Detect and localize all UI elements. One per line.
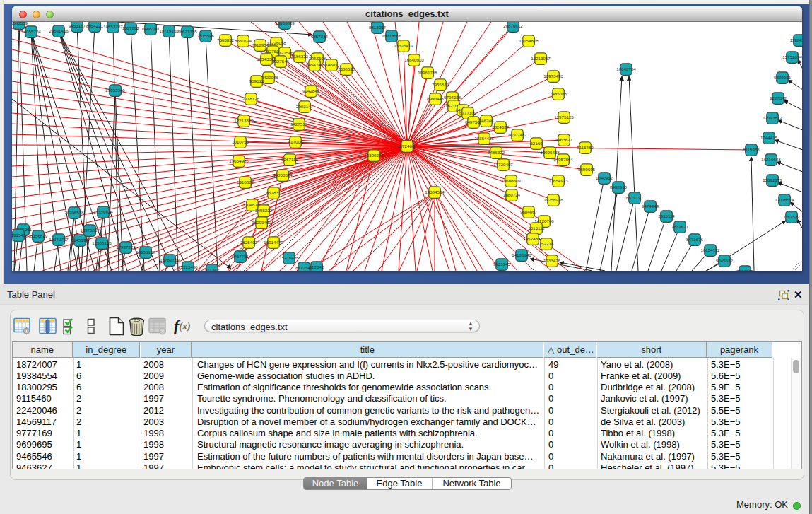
svg-text:17957225: 17957225 [116,245,136,250]
svg-text:16210643: 16210643 [761,157,781,162]
svg-text:12342757: 12342757 [49,237,69,242]
svg-text:8660124: 8660124 [235,38,252,43]
svg-text:6879197: 6879197 [626,195,644,200]
svg-text:512342: 512342 [310,264,324,269]
svg-text:62160: 62160 [530,141,543,146]
svg-text:857831: 857831 [266,190,281,195]
svg-text:9699695: 9699695 [578,167,596,172]
svg-text:1588520: 1588520 [338,66,355,71]
svg-text:8938913: 8938913 [610,185,628,189]
svg-text:8813054: 8813054 [369,25,387,30]
svg-text:7357234: 7357234 [311,34,329,39]
svg-text:20206576: 20206576 [64,210,84,215]
svg-text:14720407: 14720407 [493,162,513,167]
svg-text:15692971: 15692971 [763,177,782,182]
svg-text:9457791: 9457791 [232,254,249,259]
svg-text:9474444: 9474444 [642,204,659,209]
svg-text:2903147: 2903147 [296,104,314,109]
svg-text:12323466: 12323466 [178,264,198,269]
svg-text:7625402: 7625402 [240,240,258,245]
svg-text:3186323: 3186323 [291,54,309,59]
svg-text:8990443: 8990443 [427,96,445,101]
svg-text:10688609: 10688609 [501,178,521,183]
svg-text:12505135: 12505135 [92,240,112,245]
svg-text:1640932: 1640932 [596,175,613,180]
svg-text:16154808: 16154808 [519,38,539,43]
svg-text:11156829: 11156829 [29,233,48,238]
svg-text:1145194: 1145194 [71,238,88,243]
svg-text:14136141: 14136141 [512,252,531,257]
svg-text:7832621: 7832621 [671,224,689,229]
svg-text:10973493: 10973493 [543,74,563,78]
svg-text:12300275: 12300275 [364,153,384,158]
svg-text:10653267: 10653267 [103,24,123,29]
svg-text:17359924: 17359924 [93,209,113,214]
svg-text:9794028: 9794028 [444,95,461,100]
svg-text:989612: 989612 [249,78,264,83]
svg-text:13226058: 13226058 [266,40,286,45]
svg-text:10648784: 10648784 [616,66,636,71]
svg-text:7485063: 7485063 [550,91,567,96]
svg-text:921342: 921342 [205,267,220,271]
svg-text:10654112: 10654112 [700,247,720,252]
svg-text:1733426: 1733426 [543,258,561,263]
svg-text:9684067: 9684067 [520,209,538,214]
svg-text:13654923: 13654923 [548,178,568,183]
svg-text:7663822: 7663822 [217,37,235,42]
svg-text:746246: 746246 [479,118,494,123]
svg-text:1244415: 1244415 [760,135,778,140]
svg-text:8471676: 8471676 [686,237,704,242]
svg-text:19218506: 19218506 [382,33,401,38]
svg-text:10975867: 10975867 [80,228,100,233]
svg-text:13325419: 13325419 [394,43,413,48]
svg-text:12213967: 12213967 [531,56,551,61]
svg-text:17016514: 17016514 [775,197,794,202]
svg-text:16099469: 16099469 [252,220,271,225]
svg-text:1916682: 1916682 [237,180,254,185]
svg-text:7955812: 7955812 [432,82,449,87]
svg-text:10025438: 10025438 [540,150,560,155]
svg-text:19654985: 19654985 [229,158,249,163]
svg-text:252214: 252214 [539,241,554,246]
svg-text:15751074: 15751074 [782,54,802,59]
svg-text:11124358: 11124358 [790,37,802,42]
svg-text:417006: 417006 [288,139,303,144]
svg-text:19524851: 19524851 [523,236,543,241]
svg-text:29053346: 29053346 [105,88,125,93]
svg-text:20364436: 20364436 [474,136,494,141]
svg-text:8115958: 8115958 [743,147,760,152]
svg-text:16782759: 16782759 [160,257,180,262]
svg-text:7515546: 7515546 [197,33,215,38]
svg-text:6466160: 6466160 [142,26,160,31]
svg-text:8854221: 8854221 [86,23,104,28]
svg-text:2718126: 2718126 [242,96,260,101]
svg-text:7486322: 7486322 [488,150,505,155]
svg-text:14055724: 14055724 [21,29,41,34]
svg-text:9245652: 9245652 [716,258,734,263]
svg-text:4463627: 4463627 [555,137,573,142]
svg-text:2935114: 2935114 [658,214,675,218]
svg-text:8454749: 8454749 [306,62,324,67]
svg-text:9115460: 9115460 [577,145,594,150]
svg-text:20876612: 20876612 [503,23,523,28]
svg-text:9329966: 9329966 [774,75,792,80]
svg-text:9242848: 9242848 [302,88,320,93]
svg-text:19756928: 19756928 [543,197,563,202]
svg-text:9453167: 9453167 [69,23,86,28]
svg-text:1527602: 1527602 [122,25,140,30]
svg-text:3824557: 3824557 [492,124,510,129]
svg-text:1167532: 1167532 [783,214,800,219]
svg-text:9427512: 9427512 [290,122,308,127]
svg-text:9227342: 9227342 [770,95,787,100]
svg-text:16033809: 16033809 [275,22,295,25]
svg-text:16543382: 16543382 [257,57,276,62]
svg-text:16914479: 16914479 [264,240,283,245]
svg-text:10719155: 10719155 [159,28,179,33]
svg-text:14957864: 14957864 [553,157,573,162]
svg-text:391547: 391547 [12,233,26,238]
svg-text:1880724: 1880724 [503,192,521,197]
svg-text:7334265: 7334265 [736,269,754,271]
svg-text:12213369: 12213369 [234,118,254,123]
svg-text:16671355: 16671355 [177,29,197,34]
svg-text:9923145: 9923145 [493,262,511,267]
